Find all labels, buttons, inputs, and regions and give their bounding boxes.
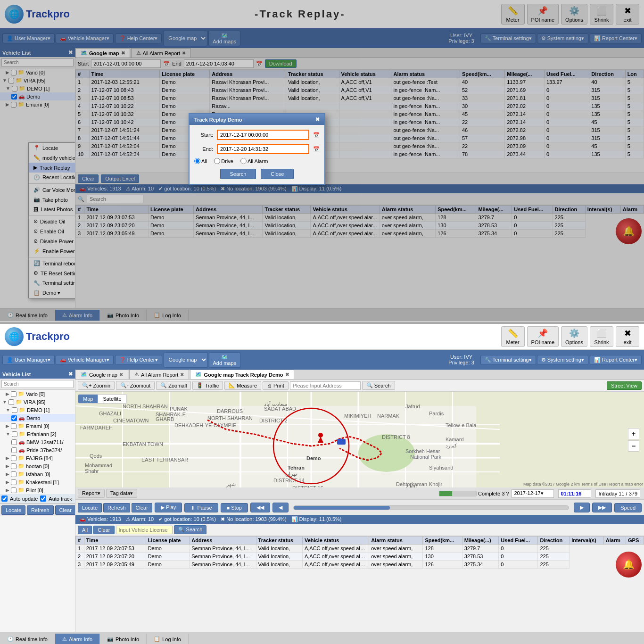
meter-button-bottom[interactable]: 📏 Meter <box>501 326 525 347</box>
next-segment-btn[interactable]: ▶▶ <box>592 503 612 512</box>
radio-all[interactable] <box>194 158 200 164</box>
google-map[interactable]: Demo Tehran تهران GHAZALI CINEMATOWN PUN… <box>75 392 644 487</box>
refresh-btn-sidebar[interactable]: Refresh <box>27 505 54 515</box>
prev-frame-btn[interactable]: ◀ <box>272 503 289 512</box>
tab-close-aa-b[interactable]: ✖ <box>180 372 184 377</box>
cb-khakestani-b[interactable] <box>11 479 17 485</box>
next-frame-btn[interactable]: ▶ <box>574 503 590 512</box>
tree-emami-b[interactable]: ▶ 📁 Emami [0] <box>0 422 75 430</box>
tree-demo-group-b[interactable]: ▼ 📁 DEMO [1] <box>0 406 75 414</box>
street-view-btn[interactable]: Street View <box>607 381 642 390</box>
date-selector[interactable] <box>512 489 554 498</box>
cb-emami-b[interactable] <box>11 423 17 429</box>
terminal-setting-btn-b[interactable]: 🔧 Terminal setting▾ <box>480 355 536 365</box>
zoomout-btn[interactable]: 🔍- Zoomout <box>116 381 155 390</box>
bottom-table-row[interactable]: 22017-12-09 23:07:20DemoSemnan Province,… <box>76 553 644 561</box>
address-input[interactable] <box>290 381 361 390</box>
dialog-end-input[interactable] <box>217 144 309 154</box>
cb-pilot-b[interactable] <box>11 487 17 493</box>
cb-fajrg-b[interactable] <box>11 455 17 461</box>
cb-vira-b[interactable] <box>8 399 14 405</box>
bottom-table-wrapper[interactable]: # Time License plate Address Tracker sta… <box>75 536 644 632</box>
tree-isfahan-b[interactable]: ▶ 📁 Isfahan [0] <box>0 470 75 478</box>
radio-drive-label[interactable]: Drive <box>214 158 233 164</box>
tab-all-alarm-bottom[interactable]: ⚠ All Alarm Report ✖ <box>129 370 189 379</box>
playback-progress[interactable] <box>293 505 569 510</box>
map-type-satellite[interactable]: Satellite <box>98 395 126 403</box>
print-btn[interactable]: 🖨 Print <box>263 381 289 390</box>
refresh-btn-playback[interactable]: Refresh <box>103 503 130 512</box>
search-map-btn[interactable]: 🔍 Search <box>362 381 395 390</box>
prev-segment-btn[interactable]: ◀◀ <box>250 503 270 512</box>
tab-close-tr-b[interactable]: ✖ <box>285 372 289 377</box>
help-center-btn-b[interactable]: ❓ Help Center▾ <box>115 355 162 365</box>
tab-track-replay-bottom[interactable]: 🗺️ Google map Track Replay Demo ✖ <box>190 370 294 379</box>
dialog-start-input[interactable] <box>217 130 309 140</box>
cb-isfahan-b[interactable] <box>11 471 17 477</box>
radio-all-label[interactable]: All <box>194 158 207 164</box>
map-type-map[interactable]: Map <box>78 395 98 403</box>
dialog-start-cal-icon[interactable]: 📅 <box>313 132 320 138</box>
cb-vario-b[interactable] <box>11 391 17 397</box>
cb-hootan-b[interactable] <box>11 463 17 469</box>
zoomin-btn[interactable]: 🔍+ Zoomin <box>78 381 115 390</box>
bottom-table-row[interactable]: 12017-12-09 23:07:53DemoSemnan Province,… <box>76 545 644 553</box>
dialog-search-btn[interactable]: Search <box>220 169 256 179</box>
cb-erfaniann-b[interactable] <box>12 431 17 437</box>
tab-google-map-bottom[interactable]: 🗺️ Google map ✖ <box>75 370 128 379</box>
poi-name-button-bottom[interactable]: 📌 POI name <box>527 326 559 347</box>
tree-vira-b[interactable]: ▼ 📁 VIRA [95] <box>0 398 75 406</box>
tree-pilot-b[interactable]: ▶ 📁 Pilot [0] <box>0 486 75 494</box>
traffic-btn[interactable]: 🚦 Traffic <box>192 381 223 390</box>
clear-btn-sidebar[interactable]: Clear <box>55 505 75 515</box>
cb-pride-b[interactable] <box>11 447 17 453</box>
play-btn[interactable]: ▶ Play <box>155 503 182 512</box>
options-button-bottom[interactable]: ⚙️ Options <box>561 326 587 347</box>
tree-vario-b[interactable]: ▶ 📁 Vario [0] <box>0 390 75 398</box>
tree-pride-b[interactable]: 🚗 Pride-37be374/ <box>0 446 75 454</box>
tab-close-gm-b[interactable]: ✖ <box>119 372 123 377</box>
auto-update-checkbox[interactable] <box>1 495 8 502</box>
map-select-bottom[interactable]: Google map <box>164 352 208 368</box>
zoom-in-btn[interactable]: + <box>628 428 639 439</box>
tree-khakestani-b[interactable]: ▶ 📁 Khakestani [1] <box>0 478 75 486</box>
system-setting-btn-b[interactable]: ⚙ System setting▾ <box>537 355 588 365</box>
sidebar-search-bottom[interactable] <box>0 379 75 390</box>
vehicle-manager-btn-b[interactable]: 🚗 Vehicle Manager▾ <box>56 355 114 365</box>
dialog-close-icon[interactable]: ✖ <box>315 116 320 123</box>
speed-btn[interactable]: Speed <box>614 503 642 512</box>
radio-drive[interactable] <box>214 158 220 164</box>
search-input-bottom[interactable] <box>1 380 74 388</box>
tab-alarm-info-bottom[interactable]: ⚠ Alarm Info <box>55 634 100 644</box>
tree-fajrg-b[interactable]: ▶ 📁 FAJRG [84] <box>0 454 75 462</box>
tab-photo-info-bottom[interactable]: 📷 Photo Info <box>100 634 147 644</box>
vehicle-license-input[interactable] <box>116 526 173 534</box>
cb-demo-b[interactable] <box>11 415 17 421</box>
tree-demo-vehicle-b[interactable]: 🚗 Demo <box>0 414 75 422</box>
radio-all-alarm-label[interactable]: All Alarm <box>240 158 268 164</box>
tab-realtime-info-bottom[interactable]: 🕐 Real time Info <box>0 634 55 644</box>
tab-log-info-bottom[interactable]: 📋 Log Info <box>147 634 189 644</box>
user-manager-btn-b[interactable]: 👤 User Manager▾ <box>2 355 55 365</box>
locate-btn-playback[interactable]: Locate <box>78 503 102 512</box>
radio-all-alarm[interactable] <box>240 158 247 164</box>
shrink-button-bottom[interactable]: ⬜ Shrink <box>590 326 613 347</box>
all-btn-bottom[interactable]: All <box>78 526 92 534</box>
dialog-end-cal-icon[interactable]: 📅 <box>313 146 320 152</box>
bottom-table-row[interactable]: 32017-12-09 23:05:49DemoSemnan Province,… <box>76 561 644 569</box>
pause-btn[interactable]: ⏸ Pause <box>184 503 218 512</box>
exit-button-bottom[interactable]: ✖ exit <box>616 326 639 347</box>
tree-bmw-b[interactable]: 🚗 BMW-12sat711/ <box>0 438 75 446</box>
cb-bmw-b[interactable] <box>11 439 17 445</box>
zoomall-btn[interactable]: 🔍 Zoomall <box>156 381 191 390</box>
report-dropdown-btn[interactable]: Report▾ <box>78 489 105 498</box>
clear-input-btn[interactable]: Clear <box>93 526 114 534</box>
zoom-out-btn[interactable]: − <box>628 440 639 452</box>
auto-track-checkbox[interactable] <box>40 495 46 502</box>
tree-erfaniann-b[interactable]: ▼ 📁 Erfaniann [2] <box>0 430 75 438</box>
stop-btn[interactable]: ■ Stop <box>221 503 248 512</box>
measure-btn[interactable]: 📐 Measure <box>224 381 261 390</box>
tag-data-btn[interactable]: Tag data▾ <box>106 489 137 498</box>
dialog-close-btn[interactable]: Close <box>261 169 294 179</box>
tree-hootan-b[interactable]: ▶ 📁 hootan [0] <box>0 462 75 470</box>
